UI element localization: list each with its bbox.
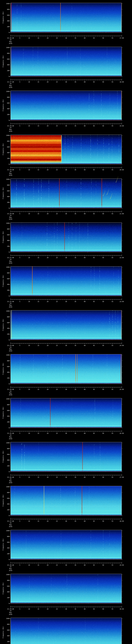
x-axis-start-time: 15:19:00 xyxy=(5,169,16,171)
y-tick-label: 800 xyxy=(4,360,10,362)
x-tick-label: 10 xyxy=(26,432,32,434)
x-tick-label: 30 xyxy=(64,608,69,610)
x-tick-label: 35 xyxy=(73,564,78,566)
x-tick-label: 35 xyxy=(73,520,78,522)
y-tick-label: 600 xyxy=(4,586,10,587)
y-tick-label: 200 xyxy=(4,641,10,642)
x-tick-label: 15 xyxy=(36,608,41,610)
x-axis-end-time: 18:00 xyxy=(116,81,128,83)
x-axis-start-time: 15:26:00 xyxy=(5,476,16,478)
x-tick-label: 35 xyxy=(73,301,78,302)
y-tick-label: 1000 xyxy=(4,530,10,532)
x-tick-label: 10 xyxy=(26,301,32,302)
x-axis-start-time: 15:24:00 xyxy=(5,388,16,390)
y-axis-title: Frequency (Hz) xyxy=(2,230,4,245)
y-tick-label: 600 xyxy=(4,498,10,499)
y-tick-label: 800 xyxy=(4,228,10,230)
x-tick-label: 5 xyxy=(17,169,22,171)
y-tick-label: 1000 xyxy=(4,442,10,444)
x-tick-label: 45 xyxy=(92,608,96,610)
x-axis-start-time: 15:17:00 xyxy=(5,81,16,83)
y-tick-label: 0 xyxy=(4,427,10,429)
x-axis-end-time: 30:00 xyxy=(116,608,128,610)
x-tick-label: 5 xyxy=(17,608,22,610)
spectrogram-panel: Frequency (Hz)02004006008001000510152025… xyxy=(0,527,132,571)
x-tick-label: 55 xyxy=(110,608,115,610)
x-tick-label: 30 xyxy=(64,520,69,522)
x-axis-date-line: May xyxy=(5,216,16,218)
y-tick-label: 400 xyxy=(4,372,10,373)
spectrogram-panel: Frequency (Hz)02004006008001000510152025… xyxy=(0,439,132,483)
y-axis-title: Frequency (Hz) xyxy=(2,54,4,69)
spectrogram-panel: Frequency (Hz)02004006008001000510152025… xyxy=(0,220,132,264)
x-tick-label: 30 xyxy=(64,476,69,478)
x-axis-date-line: 29 xyxy=(5,171,16,172)
x-tick-label: 50 xyxy=(100,564,106,566)
y-tick-label: 200 xyxy=(4,158,10,159)
x-axis-date-line: May xyxy=(5,304,16,306)
x-tick-label: 50 xyxy=(100,125,106,127)
y-tick-label: 400 xyxy=(4,503,10,505)
x-tick-label: 40 xyxy=(82,476,87,478)
spectrogram-panel: Frequency (Hz)02004006008001000510152025… xyxy=(0,0,132,44)
y-tick-label: 0 xyxy=(4,603,10,604)
x-tick-label: 15 xyxy=(36,345,41,346)
x-tick-label: 15 xyxy=(36,81,41,83)
x-tick-label: 40 xyxy=(82,37,87,39)
y-tick-label: 1000 xyxy=(4,310,10,312)
x-tick-label: 55 xyxy=(110,432,115,434)
x-axis-date-line: May xyxy=(5,436,16,438)
x-axis-start-time: 15:20:00 xyxy=(5,213,16,214)
x-tick-label: 30 xyxy=(64,37,69,39)
x-axis-date-line: 29 xyxy=(5,390,16,392)
x-tick-label: 10 xyxy=(26,476,32,478)
x-axis-date-line: May xyxy=(5,524,16,526)
y-tick-label: 1000 xyxy=(4,486,10,488)
x-tick-label: 45 xyxy=(92,520,96,522)
spectrogram-canvas xyxy=(0,615,132,644)
x-tick-label: 5 xyxy=(17,564,22,566)
x-axis-end-time: 26:00 xyxy=(116,432,128,434)
y-tick-label: 400 xyxy=(4,20,10,22)
x-axis-end-time: 24:00 xyxy=(116,345,128,346)
x-tick-label: 40 xyxy=(82,564,87,566)
x-tick-label: 35 xyxy=(73,345,78,346)
y-tick-label: 800 xyxy=(4,492,10,494)
y-tick-label: 800 xyxy=(4,580,10,581)
y-tick-label: 800 xyxy=(4,624,10,625)
x-tick-label: 35 xyxy=(73,169,78,171)
x-tick-label: 30 xyxy=(64,257,69,258)
y-tick-label: 600 xyxy=(4,322,10,324)
x-tick-label: 55 xyxy=(110,125,115,127)
x-tick-label: 20 xyxy=(45,125,50,127)
x-axis-end-time: 29:00 xyxy=(116,564,128,566)
x-axis-start-time: 15:22:00 xyxy=(5,301,16,302)
x-axis-start-time: 15:29:00 xyxy=(5,608,16,610)
x-axis-date-line: May xyxy=(5,480,16,482)
spectrogram-panel: Frequency (Hz)02004006008001000510152025… xyxy=(0,264,132,308)
x-axis-start-time: 15:21:00 xyxy=(5,257,16,258)
y-axis-title: Frequency (Hz) xyxy=(2,405,4,420)
y-tick-label: 0 xyxy=(4,251,10,253)
y-tick-label: 1000 xyxy=(4,398,10,400)
x-tick-label: 35 xyxy=(73,37,78,39)
x-tick-label: 20 xyxy=(45,213,50,214)
x-axis-date-line: May xyxy=(5,41,16,42)
x-axis-start-time: 15:16:00 xyxy=(5,37,16,39)
y-tick-label: 200 xyxy=(4,465,10,467)
x-tick-label: 30 xyxy=(64,213,69,214)
x-tick-label: 40 xyxy=(82,169,87,171)
x-tick-label: 45 xyxy=(92,125,96,127)
y-tick-label: 400 xyxy=(4,591,10,593)
x-tick-label: 40 xyxy=(82,432,87,434)
x-tick-label: 30 xyxy=(64,125,69,127)
y-tick-label: 400 xyxy=(4,64,10,66)
x-axis-end-time: 17:00 xyxy=(116,37,128,39)
x-tick-label: 50 xyxy=(100,388,106,390)
y-tick-label: 200 xyxy=(4,70,10,72)
x-tick-label: 10 xyxy=(26,81,32,83)
x-axis-date-line: 29 xyxy=(5,434,16,436)
y-tick-label: 1000 xyxy=(4,134,10,136)
x-tick-label: 10 xyxy=(26,520,32,522)
x-axis-date-line: May xyxy=(5,172,16,174)
